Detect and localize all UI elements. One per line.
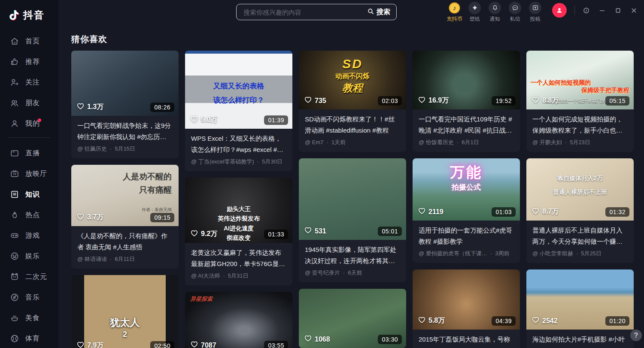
sidebar-item-home[interactable]: 首页 (0, 31, 58, 51)
sidebar-secondary-nav: 直播 TV 放映厅 知识 热点 游戏 娱乐 二次元 音乐 美食 体育 (0, 141, 58, 348)
heart-icon (418, 96, 426, 106)
help-button[interactable]: ? (630, 330, 642, 341)
video-card[interactable]: 531 05:01 1945年真实影像，陆军第四军处决汉奸过程，连开两枪才将其…… (299, 158, 406, 282)
video-title[interactable]: 适用于拍摄的一套万能公式#虎哥教程 #摄影教学 (419, 225, 514, 247)
video-duration: 01:39 (264, 115, 288, 125)
like-count: 7087 (190, 340, 216, 348)
video-author[interactable]: @ 小吃货李煊赫·5月25日 (532, 250, 628, 257)
grid-column: SD动画不闪烁教程 735 02:03 SD动画不闪烁教程来了！！#丝滑动画 #… (299, 51, 406, 348)
video-card[interactable]: 又细又长的表格该怎么样打印？ 5.0万 01:39 WPS Excel：又细又长… (185, 51, 292, 171)
video-title[interactable]: 普通人裸辞后不上班自媒体月入两万，今天分享如何做一个赚… (532, 225, 628, 247)
video-duration: 01:32 (605, 207, 629, 217)
sidebar-item-following[interactable]: 关注 (0, 72, 58, 93)
like-count: 5.8万 (418, 316, 445, 326)
sidebar-item-fun[interactable]: 娱乐 (0, 246, 58, 266)
video-card[interactable]: 励头大王英伟达炸裂发布AI进化速度彻底改变 9.2万 01:33 老黄这次又赢麻… (185, 178, 292, 285)
upload-icon (529, 2, 541, 14)
video-card[interactable]: 犹太人2 7.9万 02:50 (71, 275, 179, 348)
video-title[interactable]: 海边如何拍大片#手机摄影 #小叶 (532, 334, 628, 345)
sidebar-item-music[interactable]: 音乐 (0, 287, 58, 308)
video-title[interactable]: 一口气看完中国近代109年历史 #晚清 #北洋政府 #民国 #抗日战… (419, 114, 514, 136)
video-card[interactable]: 5.8万 04:39 2015年丁磊饭局大咖云集，号称 (413, 269, 520, 348)
video-author[interactable]: @ AI大法师·5月31日 (191, 272, 286, 280)
video-card[interactable]: SD动画不闪烁教程 735 02:03 SD动画不闪烁教程来了！！#丝滑动画 #… (299, 51, 406, 152)
video-thumbnail[interactable]: 励头大王英伟达炸裂发布AI进化速度彻底改变 9.2万 01:33 (185, 178, 292, 243)
video-author[interactable]: @ 爱拍摄的虎哥（线下课…·3周前 (419, 250, 514, 257)
video-card[interactable]: 2542 01:20 海边如何拍大片#手机摄影 #小叶 (526, 269, 634, 348)
sidebar-item-friends[interactable]: 朋友 (0, 93, 58, 113)
video-thumbnail[interactable]: 靠自媒体月入2万普通人裸辞后不上班 8.7万 01:32 (526, 158, 634, 221)
video-thumbnail[interactable]: 5.8万 04:39 (413, 269, 520, 330)
sidebar-item-hot[interactable]: 热点 (0, 205, 58, 225)
video-card[interactable]: 1.3万 08:26 一口气看完朝鲜战争始末，这9分钟注定刷新你我认知 #勿忘历… (71, 51, 179, 158)
topbar-action-upload[interactable]: 投稿 (525, 2, 545, 23)
video-thumbnail[interactable]: 万能拍摄公式 2119 01:03 (413, 158, 520, 221)
video-thumbnail[interactable]: 人是劝不醒的只有痛醒作者：衷曲无闻 3.7万 09:15 (71, 165, 179, 226)
video-thumbnail[interactable]: 2542 01:20 (526, 269, 634, 330)
video-title[interactable]: 《人是劝不醒的，只有痛醒》作者 衷曲无闻 #人生感悟 (77, 230, 173, 252)
video-card[interactable]: 异星探索 7087 03:55 (185, 292, 292, 348)
close-button[interactable] (629, 6, 638, 15)
video-card[interactable]: 人是劝不醒的只有痛醒作者：衷曲无闻 3.7万 09:15 《人是劝不醒的，只有痛… (71, 165, 179, 269)
topbar: 搜索 ♪ 充抖币 壁纸 通知 私信 投稿 (0, 0, 644, 24)
heart-icon (76, 212, 85, 222)
video-thumbnail[interactable]: 1.3万 08:26 (71, 51, 179, 116)
heart-icon (532, 207, 540, 217)
video-thumbnail[interactable]: 又细又长的表格该怎么样打印？ 5.0万 01:39 (185, 51, 292, 129)
video-thumbnail[interactable]: 犹太人2 7.9万 02:50 (71, 275, 179, 348)
like-count: 2542 (532, 316, 558, 326)
video-card[interactable]: 万能拍摄公式 2119 01:03 适用于拍摄的一套万能公式#虎哥教程 #摄影教… (413, 158, 520, 263)
maximize-button[interactable] (614, 6, 622, 15)
topbar-action-messages[interactable]: 私信 (505, 2, 525, 23)
window-controls (582, 6, 638, 15)
video-title[interactable]: 老黄这次又赢麻了，英伟达发布最新超算GH200，单卡576G显… (191, 247, 286, 269)
video-thumbnail[interactable]: SD动画不闪烁教程 735 02:03 (299, 51, 406, 109)
grid-column: 16.9万 19:52 一口气看完中国近代109年历史 #晚清 #北洋政府 #民… (413, 51, 520, 348)
video-thumbnail[interactable]: 1068 03:30 (299, 289, 406, 348)
search-input[interactable] (237, 9, 364, 16)
sidebar-item-anime[interactable]: 二次元 (0, 266, 58, 287)
sidebar-item-food[interactable]: 美食 (0, 308, 58, 328)
like-count: 3.7万 (76, 212, 103, 222)
video-thumbnail[interactable]: 异星探索 7087 03:55 (185, 292, 292, 348)
video-author[interactable]: @ Em7·1天前 (305, 139, 400, 146)
video-author[interactable]: @ 恰饭看历史·6月1日 (419, 139, 514, 146)
topbar-action-recharge[interactable]: ♪ 充抖币 (444, 2, 465, 23)
video-thumbnail[interactable]: 531 05:01 (299, 158, 406, 240)
video-card[interactable]: 靠自媒体月入2万普通人裸辞后不上班 8.7万 01:32 普通人裸辞后不上班自媒… (526, 158, 634, 263)
search-button[interactable]: 搜索 (364, 8, 396, 17)
video-title[interactable]: WPS Excel：又细又长的表格，该怎么样打印？#wps #excel #… (191, 133, 286, 155)
video-title[interactable]: 1945年真实影像，陆军第四军处决汉奸过程，连开两枪才将其… (305, 244, 400, 266)
gamepad-icon (9, 230, 20, 241)
video-author[interactable]: @ 狂飙历史·5月15日 (77, 145, 173, 153)
video-card[interactable]: 1068 03:30 (299, 289, 406, 348)
video-title[interactable]: 2015年丁磊饭局大咖云集，号称 (419, 334, 514, 345)
topbar-action-wallpaper[interactable]: 壁纸 (465, 2, 485, 23)
video-thumbnail[interactable]: 一个人如何拍短视频的保姆级手把手教程我现在先拍一个我开冰箱门的视频 8.8万 0… (526, 51, 634, 109)
video-card[interactable]: 一个人如何拍短视频的保姆级手把手教程我现在先拍一个我开冰箱门的视频 8.8万 0… (526, 51, 634, 152)
sidebar-item-live[interactable]: 直播 (0, 143, 58, 163)
video-thumbnail[interactable]: 16.9万 19:52 (413, 51, 520, 109)
user-avatar[interactable] (552, 3, 567, 18)
video-duration: 09:15 (150, 213, 174, 222)
video-title[interactable]: 一个人如何完成短视频拍摄的，保姆级教程来了，新手小白也… (532, 114, 628, 136)
security-button[interactable] (582, 6, 590, 15)
video-author[interactable]: @ 壹号纪录片·6天前 (305, 269, 400, 277)
sidebar-item-games[interactable]: 游戏 (0, 225, 58, 246)
video-title[interactable]: SD动画不闪烁教程来了！！#丝滑动画 #stablediffusion #教程 (305, 114, 400, 136)
topbar-action-notifications[interactable]: 通知 (485, 2, 505, 23)
video-title[interactable]: 一口气看完朝鲜战争始末，这9分钟注定刷新你我认知 #勿忘历史… (77, 120, 173, 142)
video-card[interactable]: 16.9万 19:52 一口气看完中国近代109年历史 #晚清 #北洋政府 #民… (413, 51, 520, 152)
video-author[interactable]: @ 丁当(excel零基础教学)·5月30日 (191, 158, 286, 166)
video-duration: 02:03 (378, 96, 402, 106)
heart-icon (532, 96, 540, 106)
minimize-button[interactable] (598, 6, 606, 15)
video-author[interactable]: @ 开鹏夫妇·5月23日 (532, 139, 628, 146)
sidebar-item-sports[interactable]: 体育 (0, 328, 58, 348)
sidebar-item-knowledge[interactable]: 知识 (0, 184, 58, 205)
sidebar-item-recommend[interactable]: 推荐 (0, 51, 58, 72)
sidebar-item-mine[interactable]: 我的 (0, 113, 58, 134)
video-author[interactable]: @ 林语诵读·6月11日 (77, 255, 173, 263)
like-count: 9.2万 (190, 229, 217, 239)
sidebar-item-theater[interactable]: TV 放映厅 (0, 163, 58, 184)
